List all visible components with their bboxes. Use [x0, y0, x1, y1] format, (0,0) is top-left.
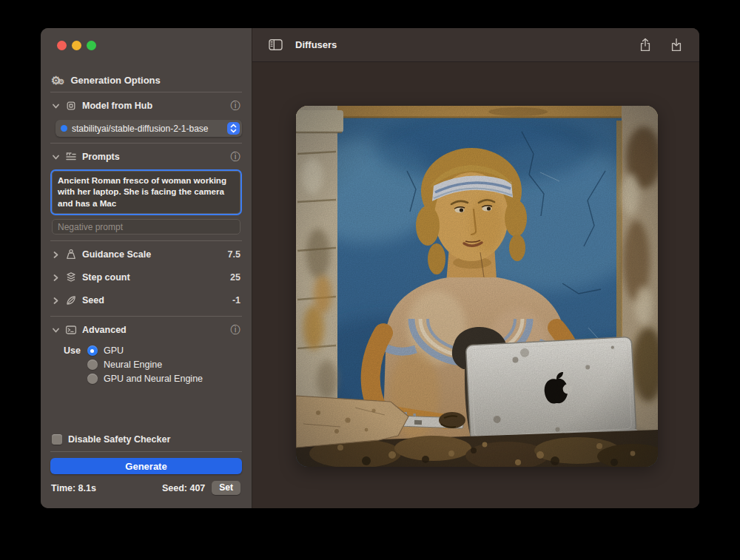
radio-row-neural-engine[interactable]: Neural Engine: [87, 360, 203, 370]
seed-row: Seed -1: [41, 291, 252, 310]
divider: [50, 240, 242, 241]
info-icon[interactable]: ⓘ: [231, 152, 241, 162]
seed-value: -1: [232, 295, 240, 306]
radio-gpu-label: GPU: [104, 345, 124, 356]
main-area: Diffusers: [252, 28, 699, 508]
generation-options-header: ⚙⚙ Generation Options: [51, 75, 240, 86]
generated-image[interactable]: [296, 106, 658, 467]
use-label: Use: [64, 345, 81, 384]
generate-button[interactable]: Generate: [50, 458, 242, 474]
compute-unit-group: Use GPU Neural Engine GPU and Neural Eng…: [41, 345, 252, 384]
time-status: Time: 8.1s: [51, 483, 96, 493]
steps-stack-icon: [65, 271, 77, 283]
step-count-label: Step count: [82, 272, 130, 283]
model-select-value: stabilityai/stable-diffusion-2-1-base: [72, 124, 223, 134]
traffic-lights: [57, 41, 252, 50]
main-titlebar: Diffusers: [252, 28, 699, 62]
guidance-scale-row: Guidance Scale 7.5: [41, 245, 252, 264]
chevron-right-icon[interactable]: [52, 251, 60, 259]
sidebar-toggle-icon[interactable]: [269, 38, 283, 51]
prompts-quote-icon: [65, 151, 77, 163]
step-count-value: 25: [230, 272, 240, 283]
scale-weight-icon: [65, 249, 77, 260]
advanced-label: Advanced: [82, 325, 127, 335]
model-chip-icon: [65, 100, 77, 112]
guidance-scale-value: 7.5: [228, 249, 240, 260]
terminal-icon: [65, 324, 77, 336]
generation-options-label: Generation Options: [70, 75, 160, 86]
negative-prompt-input[interactable]: [52, 219, 240, 235]
seed-label: Seed: [82, 295, 104, 306]
radio-gpu[interactable]: [87, 345, 98, 356]
desktop-background: ⚙⚙ Generation Options Model from Hub ⓘ s…: [0, 0, 740, 560]
prompts-label: Prompts: [82, 152, 120, 162]
divider: [50, 143, 242, 144]
status-bar: Time: 8.1s Seed: 407 Set: [41, 481, 252, 495]
radio-neural-engine-label: Neural Engine: [104, 360, 162, 370]
radio-row-gpu[interactable]: GPU: [87, 345, 203, 356]
disable-safety-checkbox[interactable]: [52, 434, 62, 445]
seed-status: Seed: 407: [162, 483, 205, 493]
image-canvas: [252, 62, 699, 508]
fresco-illustration: [296, 106, 658, 467]
chevron-down-icon[interactable]: [52, 153, 60, 161]
zoom-button[interactable]: [87, 41, 96, 50]
window-title: Diffusers: [295, 39, 337, 50]
advanced-section-header: Advanced ⓘ: [41, 320, 252, 340]
chevron-right-icon[interactable]: [52, 297, 60, 305]
radio-neural-engine[interactable]: [87, 360, 98, 370]
chevron-down-icon[interactable]: [52, 102, 60, 110]
info-icon[interactable]: ⓘ: [231, 325, 241, 335]
minimize-button[interactable]: [72, 41, 81, 50]
model-status-dot: [61, 125, 67, 132]
guidance-scale-label: Guidance Scale: [82, 249, 151, 260]
gears-icon: ⚙⚙: [51, 75, 64, 86]
set-seed-button[interactable]: Set: [212, 481, 240, 495]
diffusers-window: ⚙⚙ Generation Options Model from Hub ⓘ s…: [41, 28, 699, 508]
radio-row-gpu-and-neural-engine[interactable]: GPU and Neural Engine: [87, 374, 203, 384]
leaf-icon: [65, 294, 77, 306]
prompts-section-header: Prompts ⓘ: [41, 147, 252, 166]
chevron-down-icon[interactable]: [52, 326, 60, 334]
info-icon[interactable]: ⓘ: [231, 101, 241, 111]
prompt-input[interactable]: Ancient Roman fresco of woman working wi…: [52, 171, 240, 214]
divider: [50, 92, 242, 92]
save-image-icon[interactable]: [670, 38, 683, 52]
model-select[interactable]: stabilityai/stable-diffusion-2-1-base: [56, 120, 242, 137]
step-count-row: Step count 25: [41, 268, 252, 287]
share-icon[interactable]: [639, 38, 652, 52]
radio-gpu-and-neural-engine[interactable]: [87, 374, 98, 384]
model-label: Model from Hub: [82, 101, 152, 111]
model-section-header: Model from Hub ⓘ: [41, 96, 252, 115]
safety-checker-row[interactable]: Disable Safety Checker: [41, 434, 252, 445]
radio-gpu-and-neural-engine-label: GPU and Neural Engine: [104, 374, 203, 384]
divider: [50, 451, 242, 452]
close-button[interactable]: [57, 41, 67, 50]
divider: [50, 316, 242, 317]
popup-stepper-icon[interactable]: [227, 122, 240, 135]
disable-safety-label: Disable Safety Checker: [68, 434, 170, 445]
sidebar: ⚙⚙ Generation Options Model from Hub ⓘ s…: [41, 28, 252, 508]
chevron-right-icon[interactable]: [52, 274, 60, 282]
